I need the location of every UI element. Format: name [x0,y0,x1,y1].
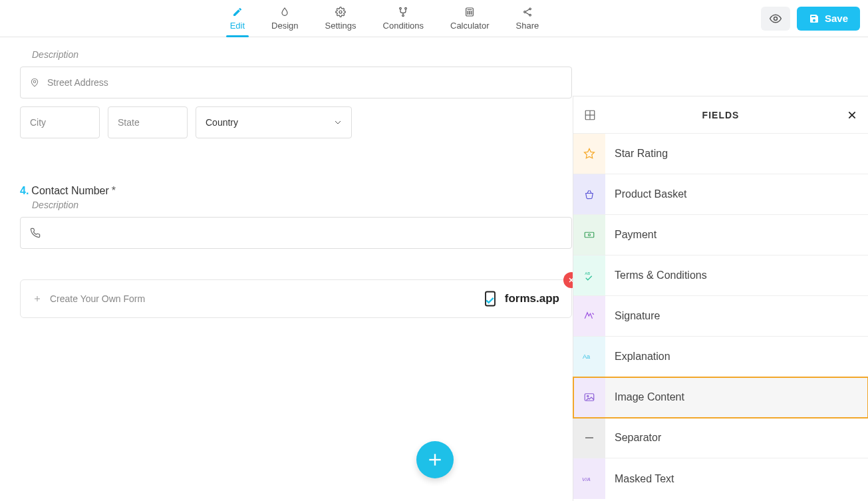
basket-icon [573,174,605,214]
state-input[interactable]: State [108,106,188,138]
phone-icon [30,228,41,238]
plus-icon [33,294,42,303]
layout-toggle-button[interactable] [584,109,596,121]
svg-point-12 [529,8,531,10]
contact-number-input[interactable] [20,217,572,249]
question-contact-number[interactable]: 4. Contact Number * [20,185,572,197]
form-canvas: Description Street Address City State Co… [20,37,572,318]
tab-label: Settings [325,21,357,31]
svg-point-0 [339,11,342,13]
city-placeholder: City [30,117,46,128]
svg-point-2 [405,7,407,9]
country-placeholder: Country [206,117,238,128]
svg-point-14 [529,14,531,16]
svg-text:AB: AB [585,271,590,275]
svg-point-6 [468,11,468,12]
tab-settings[interactable]: Settings [321,0,361,37]
gear-icon [335,6,347,18]
top-tabs: Edit Design Settings Conditions Calculat [8,0,761,37]
tab-label: Edit [230,21,245,31]
required-mark: * [112,185,116,197]
svg-point-10 [470,13,470,14]
tab-edit[interactable]: Edit [226,0,249,37]
tab-label: Conditions [383,21,424,31]
contact-description[interactable]: Description [32,200,572,210]
field-label: Terms & Conditions [605,269,707,281]
state-placeholder: State [118,117,140,128]
field-product-basket[interactable]: Product Basket [573,174,868,215]
map-pin-icon [30,77,39,88]
eye-icon [769,12,782,25]
field-label: Signature [605,310,660,318]
payment-icon [573,215,605,255]
field-signature[interactable]: Signature [573,296,868,318]
tab-label: Share [516,21,539,31]
field-label: Payment [605,229,656,241]
field-label: Product Basket [605,188,687,200]
fields-panel-header: FIELDS [573,96,868,134]
fields-panel: FIELDS Star Rating Product Basket Paymen… [573,96,868,318]
save-disk-icon [809,13,819,24]
svg-point-13 [524,11,526,13]
svg-point-9 [468,13,468,14]
save-label: Save [825,13,848,24]
save-button[interactable]: Save [797,7,860,31]
svg-marker-30 [585,149,595,158]
question-number: 4. [20,185,29,197]
street-address-input[interactable]: Street Address [20,67,572,98]
field-star-rating[interactable]: Star Rating [573,134,868,174]
tab-conditions[interactable]: Conditions [379,0,428,37]
share-icon [521,6,533,18]
street-placeholder: Street Address [47,77,108,88]
brand-name: forms.app [505,292,559,305]
svg-line-16 [525,13,529,15]
tab-share[interactable]: Share [512,0,543,37]
tab-label: Calculator [450,21,490,31]
branch-icon [397,6,409,18]
country-select[interactable]: Country [196,106,352,138]
tab-design[interactable]: Design [267,0,302,37]
svg-line-15 [525,9,529,11]
svg-point-8 [471,11,472,12]
svg-point-1 [400,7,402,9]
branding-text: Create Your Own Form [50,293,145,304]
top-toolbar: Edit Design Settings Conditions Calculat [0,0,868,37]
svg-point-7 [470,11,470,12]
preview-button[interactable] [761,7,790,31]
field-label: Star Rating [605,148,668,160]
svg-rect-31 [585,232,594,238]
drop-icon [279,6,291,18]
pencil-icon [231,6,243,18]
terms-icon: AB [573,255,605,295]
field-payment[interactable]: Payment [573,215,868,255]
city-input[interactable]: City [20,106,100,138]
fields-panel-title: FIELDS [702,110,740,120]
question-label: Contact Number [31,185,109,197]
svg-point-3 [402,15,404,17]
address-description[interactable]: Description [32,49,572,60]
svg-point-18 [33,81,36,83]
branding-banner[interactable]: Create Your Own Form forms.app [20,279,572,318]
svg-point-17 [774,17,777,20]
brand-logo: forms.app [481,289,559,308]
close-panel-button[interactable] [847,110,857,120]
star-icon [573,134,605,174]
tab-calculator[interactable]: Calculator [446,0,494,37]
tab-label: Design [271,21,298,31]
svg-point-11 [471,13,472,14]
svg-point-32 [589,234,591,236]
chevron-down-icon [334,118,342,126]
signature-icon [573,296,605,318]
calculator-icon [464,6,476,18]
field-terms-conditions[interactable]: AB Terms & Conditions [573,255,868,296]
